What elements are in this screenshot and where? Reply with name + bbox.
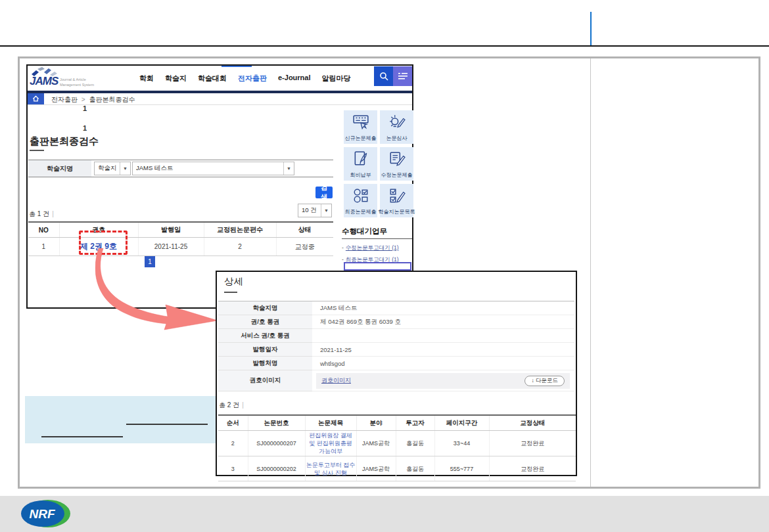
popup-title: 상세	[224, 276, 244, 288]
pending-tasks-underline	[342, 238, 412, 239]
search-button[interactable]: 검색	[315, 187, 333, 198]
detail-row-pubdate: 발행일자 2021-11-25	[218, 343, 574, 357]
main-nav: 학회 학술지 학술대회 전자출판 e-Journal 알림마당	[139, 74, 351, 83]
annotation-step-1a: 1	[83, 104, 87, 112]
tile-fee-payment[interactable]: 회비납부	[344, 147, 377, 181]
tile-new-submission[interactable]: 신규논문제출	[344, 110, 377, 144]
cell-status: 교정중	[276, 238, 333, 256]
cell-no: 1	[28, 238, 59, 256]
col-no: NO	[28, 222, 59, 238]
page: JAMS Journal & Article Management System…	[0, 0, 769, 532]
article-row: 3 SJ0000000202 논문투고부터 접수 및 심사 진행 JAMS공학 …	[218, 456, 576, 481]
page-size-select[interactable]: 10 건 ▼	[298, 204, 332, 217]
pending-tasks-title: 수행대기업무	[342, 227, 387, 236]
col-submitter: 투고자	[396, 415, 434, 431]
jams-logo-subtext: Journal & Article Management System	[60, 77, 94, 88]
col-pubdate: 발행일	[138, 222, 204, 238]
detail-row-volume: 권/호 통권 제 042권 869호 통권 6039 호	[218, 315, 574, 329]
keyboard-hand-icon	[352, 114, 369, 131]
article-table: 순서 논문번호 논문제목 분야 투고자 페이지구간 교정상태 2 SJ00000…	[218, 414, 576, 481]
top-horizontal-rule	[0, 45, 769, 47]
page-title-underline	[30, 150, 44, 151]
home-icon	[32, 95, 39, 102]
journal-select[interactable]: JAMS 테스트 ▼	[132, 162, 294, 175]
top-vertical-divider	[590, 12, 592, 46]
page-title: 출판본최종검수	[30, 135, 99, 148]
chevron-down-icon: ▼	[120, 162, 130, 175]
annotation-arrow	[95, 248, 223, 330]
download-button[interactable]: ↓ 다운로드	[524, 376, 565, 386]
content-frame-divider	[590, 58, 591, 487]
nav-active-indicator	[221, 66, 252, 67]
article-row: 2 SJ0000000207 편집위원장 결제 및 편집위원총평 가능여부 JA…	[218, 431, 576, 456]
nav-haksuldaehoe[interactable]: 학술대회	[198, 74, 227, 83]
issue-detail-table: 학술지명 JAMS 테스트 권/호 통권 제 042권 869호 통권 6039…	[218, 301, 574, 391]
annotation-underline-1	[126, 424, 208, 425]
nav-electronic-publishing[interactable]: 전자출판	[238, 74, 267, 83]
tile-journal-paper-list[interactable]: 학술지논문목록	[380, 184, 413, 217]
detail-row-service-volume: 서비스 권/호 통권	[218, 329, 574, 343]
article-title-link[interactable]: 편집위원장 결제 및 편집위원총평 가능여부	[309, 432, 352, 454]
cover-image-panel: 권호이미지 ↓ 다운로드	[316, 373, 570, 389]
chevron-down-icon: ▼	[321, 204, 331, 217]
pending-item-revised[interactable]: -수정논문투고대기 (1)	[342, 244, 399, 252]
document-feather-icon	[352, 150, 369, 167]
chevron-down-icon: ▼	[283, 162, 294, 175]
search-icon	[379, 71, 389, 81]
journal-type-select[interactable]: 학술지 ▼	[94, 162, 131, 175]
col-page-range: 페이지구간	[434, 415, 489, 431]
tile-paper-review[interactable]: 논문심사	[380, 110, 413, 144]
detail-row-cover-image: 권호이미지 권호이미지 ↓ 다운로드	[218, 370, 574, 391]
checklist-pencil-icon	[388, 187, 406, 204]
journal-name-label: 학술지명	[28, 160, 91, 177]
search-icon-button[interactable]	[374, 66, 393, 86]
article-title-link[interactable]: 논문투고부터 접수 및 심사 진행	[306, 462, 356, 476]
nrf-logo: NRF	[18, 498, 71, 529]
tile-revised-submission[interactable]: 수정논문제출	[380, 147, 413, 181]
home-button[interactable]	[28, 93, 44, 104]
cover-image-link[interactable]: 권호이미지	[321, 376, 351, 385]
annotation-underline-2	[41, 436, 123, 437]
article-table-header: 순서 논문번호 논문제목 분야 투고자 페이지구간 교정상태	[218, 415, 576, 431]
col-paper-title: 논문제목	[305, 415, 356, 431]
nav-ejournal[interactable]: e-Journal	[278, 74, 311, 83]
nav-notice[interactable]: 알림마당	[322, 74, 351, 83]
col-status: 상태	[276, 222, 333, 238]
issue-table-header: NO 권호 발행일 교정된논문편수 상태	[28, 222, 333, 238]
detail-row-publisher: 발행처명 whtlsgod	[218, 357, 574, 370]
document-pencil-icon	[388, 150, 406, 167]
col-corrected-count: 교정된논문편수	[204, 222, 276, 238]
col-paper-no: 논문번호	[248, 415, 305, 431]
result-count: 총 1 건|	[29, 210, 54, 219]
detail-popup: 상세 학술지명 JAMS 테스트 권/호 통권 제 042권 869호 통권 6…	[216, 271, 577, 476]
bulb-pencil-icon	[388, 114, 406, 131]
sidebar-truncated-box	[344, 262, 411, 271]
col-field: 분야	[356, 415, 396, 431]
popup-result-count: 총 2 건|	[219, 401, 244, 410]
annotation-step-1b: 1	[83, 124, 87, 132]
nav-haksulji[interactable]: 학술지	[165, 74, 187, 83]
col-order: 순서	[218, 415, 248, 431]
hamburger-menu-icon	[398, 72, 408, 81]
breadcrumb: 전자출판 > 출판본최종검수	[51, 95, 135, 104]
tile-final-submission[interactable]: 최종논문제출	[344, 184, 377, 217]
nav-hakhoe[interactable]: 학회	[139, 74, 154, 83]
menu-icon-button[interactable]	[393, 66, 412, 86]
col-correction-status: 교정상태	[489, 415, 576, 431]
jams-logo-text: JAMS	[30, 75, 58, 88]
popup-title-underline	[224, 292, 237, 293]
detail-row-journal: 학술지명 JAMS 테스트	[218, 301, 574, 315]
emoticon-checkbox-icon	[352, 187, 369, 204]
nrf-logo-text: NRF	[29, 507, 55, 521]
footer-bar: NRF 한국연구재단	[0, 496, 769, 532]
